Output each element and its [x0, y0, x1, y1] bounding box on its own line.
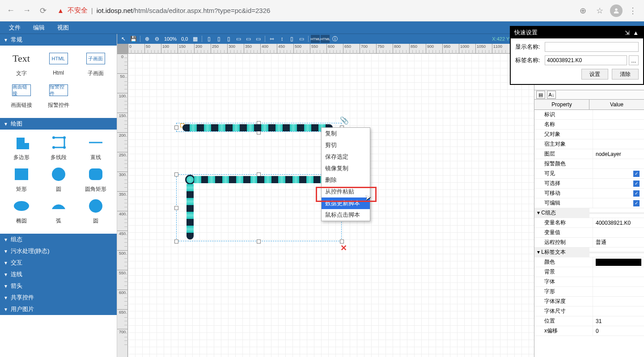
ctx-item[interactable]: 镜像复制: [322, 163, 370, 174]
pipe-object-2v[interactable]: [186, 184, 194, 239]
prop-sort-az-icon[interactable]: A↓: [547, 91, 556, 99]
align-right-icon[interactable]: ▯: [224, 35, 233, 43]
back-button[interactable]: ←: [4, 4, 17, 17]
prop-row[interactable]: 标识: [534, 110, 644, 120]
menu-edit[interactable]: 编辑: [27, 22, 51, 34]
kebab-menu-icon[interactable]: ⋮: [626, 4, 640, 17]
menu-file[interactable]: 文件: [3, 22, 27, 34]
ctx-item[interactable]: 鼠标点击脚本: [322, 209, 370, 221]
attachment-icon[interactable]: 📎: [340, 116, 349, 125]
tool-polygon[interactable]: 多边形: [6, 134, 37, 161]
profile-avatar[interactable]: [610, 4, 623, 17]
prop-row[interactable]: 可选择✓: [534, 179, 644, 189]
prop-row[interactable]: 变量值: [534, 228, 644, 238]
prop-row[interactable]: 字体: [534, 277, 644, 287]
prop-row[interactable]: 变量名称400038921.K0: [534, 218, 644, 228]
align-middle-icon[interactable]: ▭: [244, 35, 253, 43]
html-badge-icon[interactable]: HTML: [311, 35, 320, 43]
prop-row[interactable]: x偏移0: [534, 326, 644, 336]
prop-row[interactable]: 颜色: [534, 257, 644, 267]
prop-row[interactable]: 字形: [534, 287, 644, 297]
panel-draw-header[interactable]: ▼绘图: [0, 118, 117, 130]
prop-row[interactable]: 可编辑✓: [534, 198, 644, 208]
pipe-object-1[interactable]: [182, 124, 333, 131]
tool-screenlink[interactable]: 画面链接画面链接: [6, 82, 37, 109]
prop-row[interactable]: 位置31: [534, 316, 644, 326]
panel-general-header[interactable]: ▼常规: [0, 34, 117, 46]
pointer-tool-icon[interactable]: ↖: [119, 35, 128, 43]
align-bottom-icon[interactable]: ▭: [254, 35, 263, 43]
align-left-icon[interactable]: ▯: [204, 35, 213, 43]
prop-row[interactable]: ▾ C组态: [534, 208, 644, 218]
handle[interactable]: [174, 126, 178, 130]
ctx-item[interactable]: 从控件粘贴: [322, 186, 370, 197]
tool-ellipse[interactable]: 椭圆: [6, 197, 37, 225]
prop-row[interactable]: 父对象: [534, 130, 644, 139]
prop-row[interactable]: 远程控制普通: [534, 238, 644, 248]
tool-line[interactable]: 直线: [80, 134, 111, 161]
prop-row[interactable]: 字体深度: [534, 297, 644, 307]
handle[interactable]: [174, 172, 178, 176]
prop-row[interactable]: 名称: [534, 120, 644, 130]
tool-circle[interactable]: 圆: [43, 166, 74, 193]
tag-name-input[interactable]: [545, 55, 627, 65]
prop-row[interactable]: 宿主对象: [534, 139, 644, 149]
tool-circle2[interactable]: 圆: [80, 197, 111, 225]
ctx-item[interactable]: 保存选定: [322, 151, 370, 163]
panel-污水处理(静态)-header[interactable]: ▼污水处理(静态): [0, 245, 117, 257]
tool-html[interactable]: HTMLHtml: [43, 50, 74, 77]
pipe-object-2h[interactable]: [194, 176, 327, 183]
reload-button[interactable]: ⟳: [37, 4, 49, 17]
panel-用户图片-header[interactable]: ▼用户图片: [0, 303, 117, 315]
zoom-out-icon[interactable]: ⊖: [153, 35, 161, 43]
same-width-icon[interactable]: ▯: [287, 35, 296, 43]
panel-交互-header[interactable]: ▼交互: [0, 257, 117, 269]
prop-row[interactable]: ▾ L标签文本: [534, 248, 644, 257]
browse-button[interactable]: ...: [629, 55, 639, 65]
tool-polyline[interactable]: 多线段: [43, 134, 74, 161]
prop-row[interactable]: 背景: [534, 267, 644, 277]
canvas[interactable]: 📎 ✕: [128, 54, 534, 357]
zoom-in-icon[interactable]: ⊕: [143, 35, 152, 43]
tool-text[interactable]: Text文字: [6, 50, 37, 77]
panel-连线-header[interactable]: ▼连线: [0, 269, 117, 280]
zoom-icon[interactable]: ⊕: [576, 4, 589, 17]
align-center-icon[interactable]: ▯: [214, 35, 223, 43]
prop-row[interactable]: 图层nodeLayer: [534, 149, 644, 159]
distribute-v-icon[interactable]: ↕: [277, 35, 286, 43]
panel-组态-header[interactable]: ▼组态: [0, 234, 117, 245]
prop-row[interactable]: 报警颜色: [534, 159, 644, 169]
set-button[interactable]: 设置: [581, 69, 608, 80]
handle[interactable]: [174, 206, 178, 210]
align-top-icon[interactable]: ▭: [234, 35, 243, 43]
collapse-icon[interactable]: ⇲ ▲: [625, 29, 640, 36]
display-name-input[interactable]: [545, 42, 639, 52]
pan-icon[interactable]: ▦: [191, 35, 199, 43]
info-icon[interactable]: ⓘ: [330, 35, 339, 43]
clear-button[interactable]: 清除: [612, 69, 639, 80]
html-badge2-icon[interactable]: HTML: [321, 35, 330, 43]
handle[interactable]: [257, 239, 261, 244]
forward-button[interactable]: →: [21, 4, 33, 17]
ctx-item[interactable]: 数据更新脚本: [322, 197, 370, 209]
tool-arc[interactable]: 弧: [43, 197, 74, 225]
ctx-item[interactable]: 复制: [322, 128, 370, 139]
panel-共享控件-header[interactable]: ▼共享控件: [0, 292, 117, 303]
tool-rect[interactable]: 矩形: [6, 166, 37, 193]
tool-subscreen[interactable]: 子画面子画面: [80, 50, 111, 77]
pipe-elbow[interactable]: [185, 175, 195, 185]
address-bar[interactable]: ▲ 不安全 | iot.idosp.net/html/scada/editor.…: [53, 6, 572, 15]
prop-row[interactable]: 字体尺寸: [534, 307, 644, 316]
panel-箭头-header[interactable]: ▼箭头: [0, 280, 117, 292]
tool-alarm[interactable]: 报警控件报警控件: [43, 82, 74, 109]
tool-roundrect[interactable]: 圆角矩形: [80, 166, 111, 193]
prop-row[interactable]: 可见✓: [534, 169, 644, 179]
handle[interactable]: [174, 239, 178, 244]
same-height-icon[interactable]: ▭: [297, 35, 306, 43]
save-icon[interactable]: 💾: [129, 35, 138, 43]
bookmark-icon[interactable]: ☆: [593, 4, 606, 17]
prop-categorize-icon[interactable]: ▤: [536, 91, 545, 99]
ctx-item[interactable]: 删除: [322, 174, 370, 186]
distribute-h-icon[interactable]: ⇿: [267, 35, 276, 43]
delete-x-icon[interactable]: ✕: [340, 243, 347, 253]
